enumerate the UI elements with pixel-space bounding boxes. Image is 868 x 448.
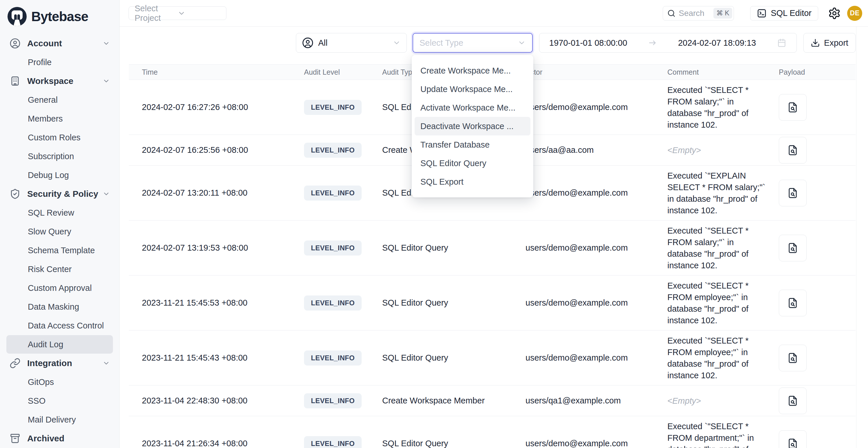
filter-bar: All Select Type 1970-01-01 08:00:00 2024…	[120, 27, 868, 53]
sql-editor-label: SQL Editor	[771, 8, 811, 18]
brand-name: Bytebase	[31, 9, 88, 24]
sidebar-item-custom-roles[interactable]: Custom Roles	[6, 128, 113, 147]
level-badge: LEVEL_INFO	[304, 350, 362, 365]
date-range-picker[interactable]: 1970-01-01 08:00:00 2024-02-07 18:09:13	[539, 33, 797, 53]
table-row: 2023-11-21 15:45:43 +08:00 LEVEL_INFO SQ…	[129, 330, 856, 385]
audit-log-page: Bytebase Account Profile Workspace	[0, 0, 868, 448]
table-row: 2024-02-07 13:19:53 +08:00 LEVEL_INFO SQ…	[129, 221, 856, 276]
cell-payload	[779, 180, 856, 206]
sidebar-item-subscription[interactable]: Subscription	[6, 147, 113, 165]
date-range-start[interactable]: 1970-01-01 08:00:00	[549, 38, 627, 48]
cell-actor: users/demo@example.com	[526, 439, 668, 448]
view-payload-button[interactable]	[779, 345, 807, 371]
cell-payload	[779, 430, 856, 448]
sidebar-item-data-masking[interactable]: Data Masking	[6, 297, 113, 316]
sidebar-group-security-policy[interactable]: Security & Policy	[6, 185, 113, 203]
cell-actor: users/demo@example.com	[526, 102, 668, 112]
cell-audit-type: SQL Editor Query	[382, 353, 526, 363]
file-search-icon	[787, 242, 799, 254]
level-badge: LEVEL_INFO	[304, 241, 362, 256]
dropdown-item-sql-editor-query[interactable]: SQL Editor Query	[414, 154, 530, 172]
cell-time: 2024-02-07 16:27:26 +08:00	[129, 102, 304, 112]
search-input[interactable]	[679, 9, 711, 18]
user-avatar[interactable]: DE	[847, 6, 862, 21]
sidebar-item-schema-template[interactable]: Schema Template	[6, 241, 113, 260]
cell-audit-type: Create Workspace Member	[382, 396, 526, 406]
export-button[interactable]: Export	[803, 33, 856, 53]
view-payload-button[interactable]	[779, 290, 807, 316]
dropdown-item-sql-export[interactable]: SQL Export	[414, 172, 530, 191]
export-label: Export	[824, 38, 848, 48]
archive-icon	[9, 433, 21, 444]
dropdown-item-activate-workspace-member[interactable]: Activate Workspace Me...	[414, 98, 530, 117]
sidebar-item-mail-delivery[interactable]: Mail Delivery	[6, 410, 113, 429]
sidebar-group-account[interactable]: Account	[6, 34, 113, 53]
sidebar-item-sql-review[interactable]: SQL Review	[6, 203, 113, 222]
cell-actor: users/demo@example.com	[526, 353, 668, 363]
file-search-icon	[787, 438, 799, 448]
view-payload-button[interactable]	[779, 235, 807, 261]
sql-editor-button[interactable]: SQL Editor	[750, 6, 818, 21]
sidebar-nav: Account Profile Workspace General Member…	[0, 30, 119, 448]
cell-payload	[779, 387, 856, 414]
cell-actor: users/demo@example.com	[526, 298, 668, 308]
table-row: 2023-11-21 15:45:53 +08:00 LEVEL_INFO SQ…	[129, 276, 856, 330]
search-box[interactable]: ⌘ K	[663, 6, 734, 21]
project-select[interactable]: Select Project	[129, 6, 226, 20]
sidebar-item-profile[interactable]: Profile	[6, 53, 113, 71]
cell-time: 2024-02-07 16:25:56 +08:00	[129, 145, 304, 155]
table-row: 2023-11-04 21:26:34 +08:00 LEVEL_INFO SQ…	[129, 416, 856, 448]
actor-filter-select[interactable]: All	[296, 33, 407, 53]
audit-type-select[interactable]: Select Type	[412, 33, 533, 53]
cell-comment: Executed `"EXPLAIN SELECT * FROM salary;…	[668, 170, 779, 216]
content-right-divider	[856, 27, 857, 448]
cell-actor: users/aa@aa.com	[526, 145, 668, 155]
view-payload-button[interactable]	[779, 137, 807, 163]
sidebar-item-general[interactable]: General	[6, 91, 113, 109]
sidebar-group-label: Security & Policy	[27, 189, 102, 199]
column-header-comment: Comment	[668, 68, 779, 76]
cell-audit-type: SQL Editor Query	[382, 243, 526, 253]
view-payload-button[interactable]	[779, 387, 807, 414]
cell-comment: <Empty>	[668, 395, 779, 407]
search-icon	[667, 9, 676, 18]
settings-gear-button[interactable]	[828, 7, 841, 20]
chevron-down-icon	[178, 9, 220, 18]
sidebar-group-archived[interactable]: Archived	[6, 429, 113, 448]
date-range-end[interactable]: 2024-02-07 18:09:13	[678, 38, 756, 48]
sidebar-group-integration[interactable]: Integration	[6, 354, 113, 373]
gear-icon	[828, 7, 841, 20]
cell-payload	[779, 94, 856, 121]
view-payload-button[interactable]	[779, 180, 807, 206]
cell-time: 2023-11-21 15:45:53 +08:00	[129, 298, 304, 308]
view-payload-button[interactable]	[779, 430, 807, 448]
cell-audit-level: LEVEL_INFO	[304, 393, 382, 408]
sidebar-item-data-access-control[interactable]: Data Access Control	[6, 316, 113, 335]
cell-comment: Executed `"SELECT * FROM employee;"` in …	[668, 335, 779, 381]
dropdown-item-update-workspace-member[interactable]: Update Workspace Me...	[414, 80, 530, 98]
sidebar-group-workspace[interactable]: Workspace	[6, 72, 113, 90]
sidebar-item-members[interactable]: Members	[6, 109, 113, 128]
calendar-icon	[777, 38, 787, 48]
sidebar-item-slow-query[interactable]: Slow Query	[6, 222, 113, 241]
view-payload-button[interactable]	[779, 94, 807, 121]
dropdown-item-transfer-database[interactable]: Transfer Database	[414, 135, 530, 154]
brand[interactable]: Bytebase	[0, 5, 119, 30]
sidebar-item-sso[interactable]: SSO	[6, 391, 113, 410]
cell-time: 2024-02-07 13:19:53 +08:00	[129, 243, 304, 253]
sidebar-group-label: Workspace	[27, 76, 102, 86]
level-badge: LEVEL_INFO	[304, 436, 362, 448]
cell-time: 2023-11-04 22:48:30 +08:00	[129, 396, 304, 406]
sidebar-item-audit-log[interactable]: Audit Log	[6, 335, 113, 354]
sidebar-item-debug-log[interactable]: Debug Log	[6, 166, 113, 184]
level-badge: LEVEL_INFO	[304, 143, 362, 158]
cell-audit-level: LEVEL_INFO	[304, 241, 382, 256]
dropdown-item-deactivate-workspace-member[interactable]: Deactivate Workspace ...	[414, 117, 530, 135]
dropdown-item-create-workspace-member[interactable]: Create Workspace Me...	[414, 61, 530, 80]
sidebar-item-risk-center[interactable]: Risk Center	[6, 260, 113, 279]
terminal-icon	[757, 8, 767, 18]
cell-time: 2023-11-04 21:26:34 +08:00	[129, 439, 304, 448]
sidebar-item-gitops[interactable]: GitOps	[6, 373, 113, 391]
sidebar-item-custom-approval[interactable]: Custom Approval	[6, 279, 113, 297]
sidebar-group-label: Account	[27, 38, 102, 48]
